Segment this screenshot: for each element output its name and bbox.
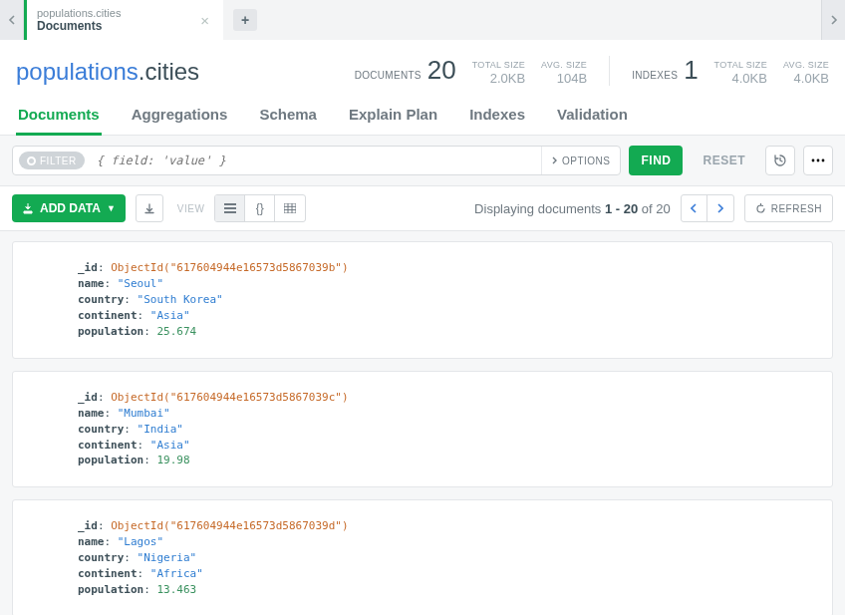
document-card[interactable]: _id: ObjectId("617604944e16573d5867039d"… — [12, 499, 833, 615]
reset-button[interactable]: RESET — [691, 146, 757, 175]
tab-aggregations[interactable]: Aggregations — [130, 100, 230, 135]
tab-indexes[interactable]: Indexes — [467, 100, 527, 135]
filter-bar: FILTER OPTIONS FIND RESET — [0, 136, 845, 186]
close-tab[interactable]: × — [196, 12, 213, 29]
stats-row: DOCUMENTS 20 TOTAL SIZE 2.0KB AVG. SIZE … — [355, 54, 829, 86]
filter-chip: FILTER — [19, 152, 85, 169]
stat-documents: DOCUMENTS 20 — [355, 54, 456, 86]
history-back[interactable] — [0, 0, 24, 40]
view-table[interactable] — [275, 195, 305, 221]
tab-explain-plan[interactable]: Explain Plan — [347, 100, 439, 135]
stats-divider — [609, 56, 610, 86]
action-bar: ADD DATA ▼ VIEW {} Displaying documents … — [0, 186, 845, 231]
tab-validation[interactable]: Validation — [555, 100, 630, 135]
find-button[interactable]: FIND — [629, 146, 683, 175]
documents-area[interactable]: _id: ObjectId("617604944e16573d5867039b"… — [0, 231, 845, 615]
filter-dot-icon — [27, 156, 36, 165]
pager — [681, 194, 734, 222]
stat-idx-avg-size: AVG. SIZE 4.0KB — [783, 60, 829, 86]
new-tab-wrap: + — [229, 0, 261, 40]
refresh-label: REFRESH — [771, 203, 822, 214]
options-toggle[interactable]: OPTIONS — [541, 147, 621, 174]
doc-field: population: 25.674 — [78, 324, 812, 340]
page-next[interactable] — [707, 195, 733, 221]
doc-field: _id: ObjectId("617604944e16573d5867039c"… — [78, 390, 812, 406]
page-prev[interactable] — [682, 195, 707, 221]
refresh-icon — [755, 203, 766, 214]
view-json[interactable]: {} — [245, 195, 275, 221]
coll-name: .cities — [139, 58, 199, 85]
stat-indexes: INDEXES 1 — [632, 54, 698, 86]
filter-input[interactable] — [91, 154, 541, 167]
stat-idx-total-size: TOTAL SIZE 4.0KB — [714, 60, 767, 86]
doc-field: country: "Nigeria" — [78, 550, 812, 566]
doc-field: continent: "Asia" — [78, 308, 812, 324]
filter-box: FILTER OPTIONS — [12, 146, 621, 175]
svg-rect-4 — [224, 207, 236, 209]
collection-tabs: Documents Aggregations Schema Explain Pl… — [0, 92, 845, 136]
tab-schema[interactable]: Schema — [257, 100, 319, 135]
document-card[interactable]: _id: ObjectId("617604944e16573d5867039b"… — [12, 241, 833, 359]
svg-rect-6 — [284, 203, 296, 213]
view-label: VIEW — [177, 203, 205, 214]
namespace-title: populations.cities — [16, 58, 199, 86]
db-name: populations — [16, 58, 139, 85]
more-menu[interactable] — [803, 146, 833, 175]
history-forward[interactable] — [821, 0, 845, 40]
download-icon — [22, 202, 34, 214]
display-count: Displaying documents 1 - 20 of 20 — [474, 201, 671, 216]
doc-field: continent: "Africa" — [78, 566, 812, 582]
view-toggle: {} — [214, 194, 306, 222]
svg-point-1 — [817, 159, 820, 162]
doc-field: country: "South Korea" — [78, 292, 812, 308]
stat-doc-total-size: TOTAL SIZE 2.0KB — [472, 60, 525, 86]
doc-field: _id: ObjectId("617604944e16573d5867039d"… — [78, 518, 812, 534]
doc-field: _id: ObjectId("617604944e16573d5867039b"… — [78, 260, 812, 276]
collection-header: populations.cities DOCUMENTS 20 TOTAL SI… — [0, 40, 845, 92]
add-data-label: ADD DATA — [40, 201, 101, 215]
doc-field: name: "Mumbai" — [78, 406, 812, 422]
doc-field: continent: "Asia" — [78, 438, 812, 454]
doc-field: name: "Seoul" — [78, 276, 812, 292]
view-list[interactable] — [215, 195, 245, 221]
tab-subtitle: populations.cities — [37, 7, 196, 19]
options-label: OPTIONS — [562, 155, 611, 166]
svg-rect-5 — [224, 211, 236, 213]
tab-title: Documents — [37, 20, 196, 33]
caret-down-icon: ▼ — [107, 203, 116, 213]
doc-field: population: 19.98 — [78, 453, 812, 468]
doc-field: country: "India" — [78, 422, 812, 438]
stat-doc-avg-size: AVG. SIZE 104B — [541, 60, 587, 86]
document-card[interactable]: _id: ObjectId("617604944e16573d5867039c"… — [12, 371, 833, 488]
history-icon[interactable] — [765, 146, 795, 175]
filter-chip-label: FILTER — [40, 155, 77, 166]
tab-documents[interactable]: Documents — [16, 100, 102, 136]
new-tab-button[interactable]: + — [233, 9, 257, 31]
svg-point-0 — [812, 159, 815, 162]
svg-rect-3 — [224, 203, 236, 205]
export-button[interactable] — [136, 194, 163, 222]
tabstrip: populations.cities Documents × + — [0, 0, 845, 40]
add-data-button[interactable]: ADD DATA ▼ — [12, 194, 126, 222]
svg-point-2 — [822, 159, 825, 162]
active-tab[interactable]: populations.cities Documents × — [24, 0, 223, 40]
doc-field: population: 13.463 — [78, 582, 812, 598]
doc-field: name: "Lagos" — [78, 534, 812, 550]
refresh-button[interactable]: REFRESH — [744, 194, 833, 222]
